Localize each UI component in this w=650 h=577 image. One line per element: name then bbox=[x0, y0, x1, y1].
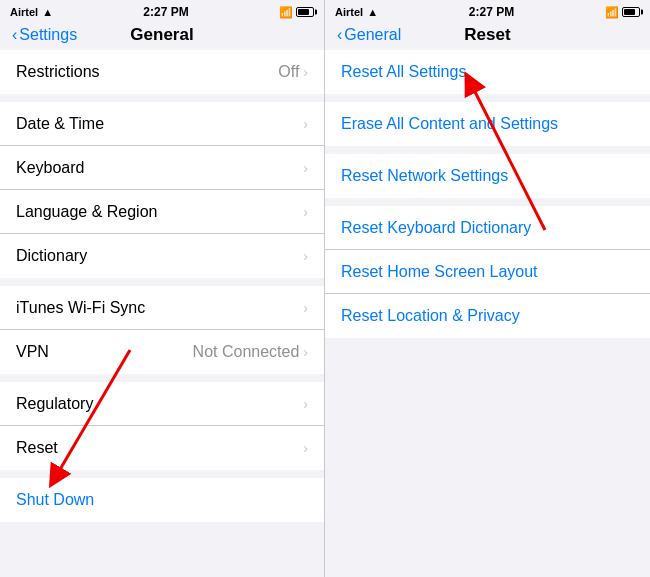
keyboard-chevron: › bbox=[303, 160, 308, 176]
regulatory-item[interactable]: Regulatory › bbox=[0, 382, 324, 426]
vpn-item[interactable]: VPN Not Connected › bbox=[0, 330, 324, 374]
reset-network-item[interactable]: Reset Network Settings bbox=[325, 154, 650, 198]
reset-home-label: Reset Home Screen Layout bbox=[341, 263, 634, 281]
reset-chevron: › bbox=[303, 440, 308, 456]
vpn-label: VPN bbox=[16, 343, 193, 361]
back-label-right: General bbox=[344, 26, 401, 44]
language-chevron: › bbox=[303, 204, 308, 220]
date-time-label: Date & Time bbox=[16, 115, 303, 133]
group-shutdown: Shut Down bbox=[0, 478, 324, 522]
gap-r2 bbox=[325, 146, 650, 154]
group-reset-other: Reset Keyboard Dictionary Reset Home Scr… bbox=[325, 206, 650, 338]
status-left: Airtel ▲ bbox=[10, 6, 53, 18]
battery-icon-left bbox=[296, 7, 314, 17]
status-right-right: 📶 bbox=[605, 6, 640, 19]
date-time-chevron: › bbox=[303, 116, 308, 132]
carrier-right: Airtel bbox=[335, 6, 363, 18]
vpn-chevron: › bbox=[303, 344, 308, 360]
gap-1 bbox=[0, 94, 324, 102]
status-bar-left: Airtel ▲ 2:27 PM 📶 bbox=[0, 0, 324, 22]
group-erase-all: Erase All Content and Settings bbox=[325, 102, 650, 146]
status-left-right: Airtel ▲ bbox=[335, 6, 378, 18]
itunes-label: iTunes Wi-Fi Sync bbox=[16, 299, 303, 317]
group-reset-all: Reset All Settings bbox=[325, 50, 650, 94]
status-right-left: 📶 bbox=[279, 6, 314, 19]
restrictions-chevron: › bbox=[303, 64, 308, 80]
reset-keyboard-label: Reset Keyboard Dictionary bbox=[341, 219, 634, 237]
carrier-left: Airtel bbox=[10, 6, 38, 18]
dictionary-chevron: › bbox=[303, 248, 308, 264]
shutdown-label: Shut Down bbox=[16, 491, 308, 509]
bluetooth-icon-right: 📶 bbox=[605, 6, 619, 19]
gap-3 bbox=[0, 374, 324, 382]
bluetooth-icon-left: 📶 bbox=[279, 6, 293, 19]
language-item[interactable]: Language & Region › bbox=[0, 190, 324, 234]
gap-4 bbox=[0, 470, 324, 478]
itunes-chevron: › bbox=[303, 300, 308, 316]
time-right: 2:27 PM bbox=[469, 5, 514, 19]
status-bar-right: Airtel ▲ 2:27 PM 📶 bbox=[325, 0, 650, 22]
reset-item[interactable]: Reset › bbox=[0, 426, 324, 470]
language-label: Language & Region bbox=[16, 203, 303, 221]
dictionary-label: Dictionary bbox=[16, 247, 303, 265]
nav-title-right: Reset bbox=[464, 25, 510, 45]
vpn-value: Not Connected bbox=[193, 343, 300, 361]
right-panel: Airtel ▲ 2:27 PM 📶 ‹ General Reset Reset… bbox=[325, 0, 650, 577]
nav-bar-right: ‹ General Reset bbox=[325, 22, 650, 50]
regulatory-chevron: › bbox=[303, 396, 308, 412]
shutdown-item[interactable]: Shut Down bbox=[0, 478, 324, 522]
keyboard-label: Keyboard bbox=[16, 159, 303, 177]
reset-home-item[interactable]: Reset Home Screen Layout bbox=[325, 250, 650, 294]
reset-all-settings-item[interactable]: Reset All Settings bbox=[325, 50, 650, 94]
restrictions-value: Off bbox=[278, 63, 299, 81]
gap-r1 bbox=[325, 94, 650, 102]
group-restrictions: Restrictions Off › bbox=[0, 50, 324, 94]
restrictions-item[interactable]: Restrictions Off › bbox=[0, 50, 324, 94]
group-reset-network: Reset Network Settings bbox=[325, 154, 650, 198]
date-time-item[interactable]: Date & Time › bbox=[0, 102, 324, 146]
back-button-right[interactable]: ‹ General bbox=[337, 26, 401, 44]
erase-all-item[interactable]: Erase All Content and Settings bbox=[325, 102, 650, 146]
regulatory-label: Regulatory bbox=[16, 395, 303, 413]
back-chevron-right: ‹ bbox=[337, 26, 342, 44]
reset-all-settings-label: Reset All Settings bbox=[341, 63, 634, 81]
wifi-icon-left: ▲ bbox=[42, 6, 53, 18]
reset-network-label: Reset Network Settings bbox=[341, 167, 634, 185]
gap-2 bbox=[0, 278, 324, 286]
battery-icon-right bbox=[622, 7, 640, 17]
nav-title-left: General bbox=[130, 25, 193, 45]
keyboard-item[interactable]: Keyboard › bbox=[0, 146, 324, 190]
itunes-item[interactable]: iTunes Wi-Fi Sync › bbox=[0, 286, 324, 330]
reset-keyboard-item[interactable]: Reset Keyboard Dictionary bbox=[325, 206, 650, 250]
nav-bar-left: ‹ Settings General bbox=[0, 22, 324, 50]
dictionary-item[interactable]: Dictionary › bbox=[0, 234, 324, 278]
reset-label: Reset bbox=[16, 439, 303, 457]
time-left: 2:27 PM bbox=[143, 5, 188, 19]
restrictions-label: Restrictions bbox=[16, 63, 278, 81]
gap-r3 bbox=[325, 198, 650, 206]
back-button-left[interactable]: ‹ Settings bbox=[12, 26, 77, 44]
back-label-left: Settings bbox=[19, 26, 77, 44]
wifi-icon-right: ▲ bbox=[367, 6, 378, 18]
erase-all-label: Erase All Content and Settings bbox=[341, 115, 634, 133]
back-chevron-left: ‹ bbox=[12, 26, 17, 44]
group-regulatory-reset: Regulatory › Reset › bbox=[0, 382, 324, 470]
group-date-dict: Date & Time › Keyboard › Language & Regi… bbox=[0, 102, 324, 278]
reset-location-label: Reset Location & Privacy bbox=[341, 307, 634, 325]
reset-location-item[interactable]: Reset Location & Privacy bbox=[325, 294, 650, 338]
group-itunes-vpn: iTunes Wi-Fi Sync › VPN Not Connected › bbox=[0, 286, 324, 374]
left-panel: Airtel ▲ 2:27 PM 📶 ‹ Settings General Re… bbox=[0, 0, 325, 577]
